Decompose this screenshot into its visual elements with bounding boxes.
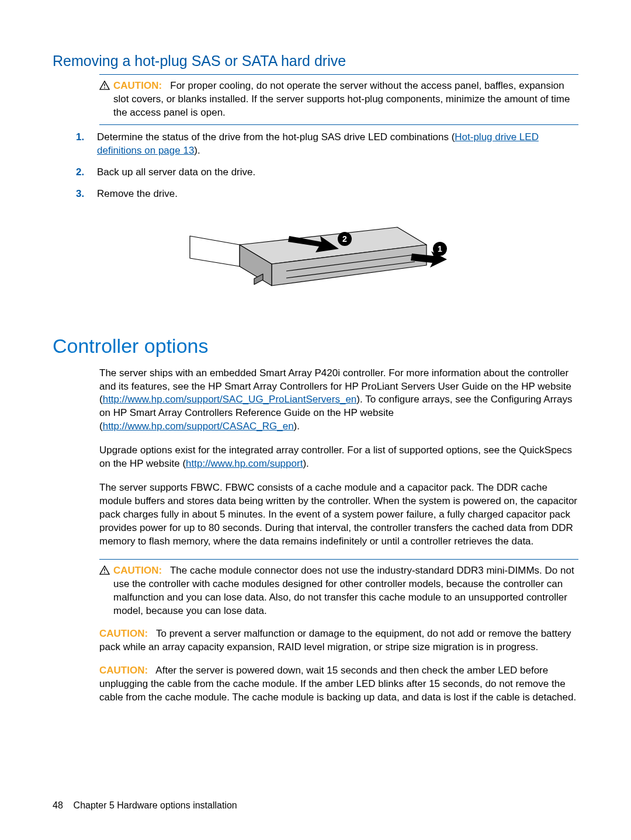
caution-block-2: CAUTION: The cache module connector does… [99, 559, 578, 622]
step-number: 2. [76, 166, 86, 179]
caution-body: For proper cooling, do not operate the s… [113, 80, 570, 118]
svg-point-17 [104, 572, 105, 573]
caution-text-4: CAUTION: After the server is powered dow… [99, 664, 578, 704]
svg-text:2: 2 [342, 234, 347, 244]
step-number: 3. [76, 188, 86, 201]
svg-point-2 [104, 88, 105, 89]
caution-text-1: CAUTION: For proper cooling, do not oper… [113, 79, 578, 120]
caution-label: CAUTION: [113, 565, 162, 576]
step-number: 1. [76, 131, 86, 158]
step-text: Remove the drive. [97, 188, 178, 201]
heading-removing-drive: Removing a hot-plug SAS or SATA hard dri… [53, 53, 578, 70]
controller-para-1: The server ships with an embedded Smart … [99, 367, 578, 434]
page-footer: 48 Chapter 5 Hardware options installati… [53, 800, 237, 811]
svg-marker-8 [190, 236, 240, 266]
caution-label: CAUTION: [113, 80, 162, 91]
controller-body: The server ships with an embedded Smart … [99, 367, 578, 705]
caution-label: CAUTION: [99, 665, 148, 676]
drive-removal-figure: 2 1 [53, 213, 578, 311]
page-number: 48 [53, 800, 63, 810]
step-text: Determine the status of the drive from t… [97, 131, 578, 158]
casac-rg-link[interactable]: http://www.hp.com/support/CASAC_RG_en [103, 421, 294, 432]
caution-body: After the server is powered down, wait 1… [99, 665, 576, 703]
sac-ug-link[interactable]: http://www.hp.com/support/SAC_UG_ProLian… [103, 394, 357, 405]
warning-icon [99, 565, 110, 575]
heading-controller-options: Controller options [53, 335, 578, 357]
caution-text-3: CAUTION: To prevent a server malfunction… [99, 627, 578, 654]
caution-body: To prevent a server malfunction or damag… [99, 628, 571, 652]
step-3: 3. Remove the drive. [76, 188, 578, 201]
svg-text:1: 1 [438, 244, 442, 254]
caution-text-2: CAUTION: The cache module connector does… [113, 564, 578, 618]
caution-body: The cache module connector does not use … [113, 565, 574, 616]
page: Removing a hot-plug SAS or SATA hard dri… [0, 0, 631, 840]
controller-para-2: Upgrade options exist for the integrated… [99, 444, 578, 471]
controller-para-3: The server supports FBWC. FBWC consists … [99, 481, 578, 549]
step-1: 1. Determine the status of the drive fro… [76, 131, 578, 158]
caution-block-1: CAUTION: For proper cooling, do not oper… [99, 74, 578, 125]
chapter-title: Chapter 5 Hardware options installation [74, 800, 237, 810]
hp-support-link[interactable]: http://www.hp.com/support [186, 458, 303, 469]
caution-label: CAUTION: [99, 628, 148, 639]
steps-list: 1. Determine the status of the drive fro… [76, 131, 578, 201]
warning-icon [99, 81, 110, 90]
drive-svg: 2 1 [169, 213, 462, 309]
step-text: Back up all server data on the drive. [97, 166, 255, 179]
step-2: 2. Back up all server data on the drive. [76, 166, 578, 179]
